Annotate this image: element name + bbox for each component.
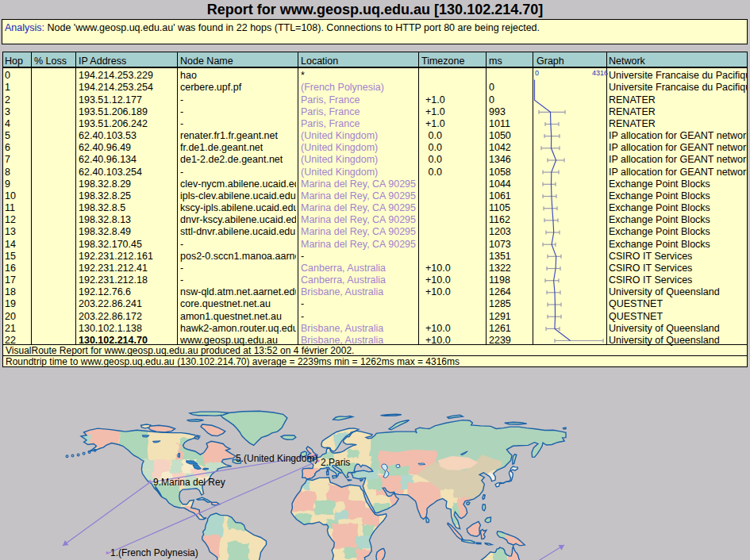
svg-text:5.(United Kingdom): 5.(United Kingdom) xyxy=(236,453,317,464)
svg-text:1.(French Polynesia): 1.(French Polynesia) xyxy=(110,547,198,558)
svg-text:2.Paris: 2.Paris xyxy=(321,457,350,468)
svg-text:9.Marina del Rey: 9.Marina del Rey xyxy=(153,477,225,488)
